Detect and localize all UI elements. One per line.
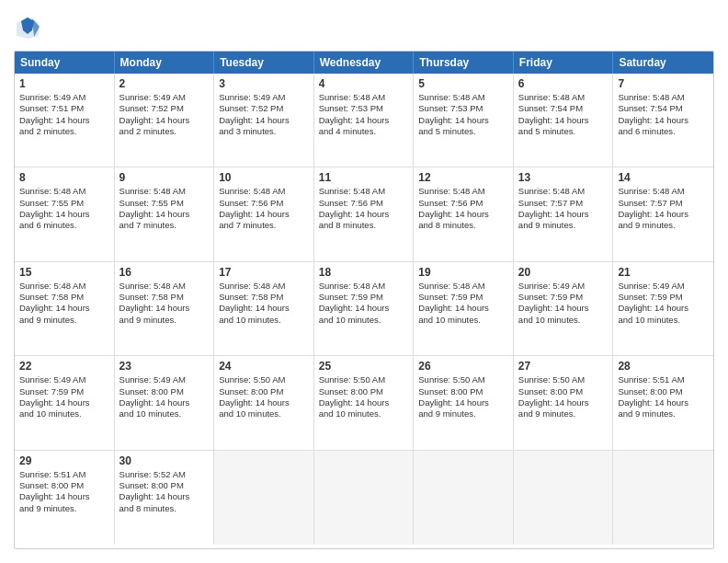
cell-line: Sunset: 7:54 PM bbox=[518, 103, 609, 114]
calendar-cell: 22Sunrise: 5:49 AMSunset: 7:59 PMDayligh… bbox=[15, 356, 115, 449]
cell-line: Sunrise: 5:48 AM bbox=[518, 186, 609, 197]
logo-icon bbox=[14, 14, 41, 41]
cell-line: Sunset: 7:53 PM bbox=[418, 103, 508, 114]
calendar-cell: 17Sunrise: 5:48 AMSunset: 7:58 PMDayligh… bbox=[214, 262, 314, 355]
calendar-cell: 8Sunrise: 5:48 AMSunset: 7:55 PMDaylight… bbox=[15, 167, 115, 260]
cell-line: and 10 minutes. bbox=[319, 315, 409, 326]
calendar-cell: 19Sunrise: 5:48 AMSunset: 7:59 PMDayligh… bbox=[414, 262, 514, 355]
calendar-cell: 29Sunrise: 5:51 AMSunset: 8:00 PMDayligh… bbox=[15, 451, 115, 545]
cell-line: Sunset: 7:59 PM bbox=[319, 292, 409, 303]
cell-line: Sunrise: 5:50 AM bbox=[319, 374, 409, 385]
day-number: 1 bbox=[19, 77, 109, 90]
cell-line: Sunrise: 5:48 AM bbox=[618, 92, 709, 103]
cell-line: Daylight: 14 hours bbox=[119, 397, 210, 408]
cell-line: Sunset: 7:57 PM bbox=[618, 198, 709, 209]
day-number: 12 bbox=[418, 171, 508, 184]
cell-line: and 9 minutes. bbox=[119, 315, 210, 326]
calendar-cell: 16Sunrise: 5:48 AMSunset: 7:58 PMDayligh… bbox=[115, 262, 215, 355]
calendar-cell: 14Sunrise: 5:48 AMSunset: 7:57 PMDayligh… bbox=[613, 167, 713, 260]
calendar-row: 15Sunrise: 5:48 AMSunset: 7:58 PMDayligh… bbox=[15, 262, 713, 356]
cell-line: Sunrise: 5:49 AM bbox=[19, 374, 109, 385]
cell-line: Sunset: 7:56 PM bbox=[219, 198, 309, 209]
day-number: 7 bbox=[618, 77, 709, 90]
day-number: 2 bbox=[119, 77, 210, 90]
cell-line: Daylight: 14 hours bbox=[618, 209, 709, 220]
day-number: 3 bbox=[219, 77, 309, 90]
cell-line: Sunrise: 5:48 AM bbox=[119, 186, 210, 197]
cell-line: Sunrise: 5:48 AM bbox=[418, 92, 508, 103]
cell-line: Daylight: 14 hours bbox=[418, 209, 508, 220]
day-number: 19 bbox=[418, 266, 508, 279]
cell-line: Daylight: 14 hours bbox=[19, 303, 109, 314]
cell-line: Sunset: 8:00 PM bbox=[618, 386, 709, 397]
calendar-row: 1Sunrise: 5:49 AMSunset: 7:51 PMDaylight… bbox=[15, 74, 713, 167]
cell-line: and 9 minutes. bbox=[19, 315, 109, 326]
calendar-row: 22Sunrise: 5:49 AMSunset: 7:59 PMDayligh… bbox=[15, 356, 713, 450]
cell-line: and 9 minutes. bbox=[518, 220, 609, 231]
cell-line: Daylight: 14 hours bbox=[418, 397, 508, 408]
cell-line: Sunset: 7:58 PM bbox=[219, 292, 309, 303]
cell-line: Daylight: 14 hours bbox=[119, 303, 210, 314]
cell-line: and 10 minutes. bbox=[219, 408, 309, 419]
cell-line: Daylight: 14 hours bbox=[119, 209, 210, 220]
day-number: 10 bbox=[219, 171, 309, 184]
cell-line: Daylight: 14 hours bbox=[518, 397, 609, 408]
calendar-cell: 5Sunrise: 5:48 AMSunset: 7:53 PMDaylight… bbox=[414, 74, 514, 167]
cell-line: Sunset: 7:59 PM bbox=[418, 292, 508, 303]
calendar-cell bbox=[514, 451, 614, 545]
calendar-cell: 1Sunrise: 5:49 AMSunset: 7:51 PMDaylight… bbox=[15, 74, 115, 167]
calendar-cell: 20Sunrise: 5:49 AMSunset: 7:59 PMDayligh… bbox=[514, 262, 614, 355]
cell-line: and 9 minutes. bbox=[618, 408, 709, 419]
cell-line: Sunrise: 5:48 AM bbox=[418, 186, 508, 197]
calendar-cell: 13Sunrise: 5:48 AMSunset: 7:57 PMDayligh… bbox=[514, 167, 614, 260]
cell-line: Sunset: 7:54 PM bbox=[618, 103, 709, 114]
cell-line: and 9 minutes. bbox=[418, 408, 508, 419]
cell-line: Sunset: 7:53 PM bbox=[319, 103, 409, 114]
cell-line: Daylight: 14 hours bbox=[19, 115, 109, 126]
calendar-cell: 21Sunrise: 5:49 AMSunset: 7:59 PMDayligh… bbox=[613, 262, 713, 355]
cell-line: Sunrise: 5:49 AM bbox=[19, 92, 109, 103]
calendar-cell: 3Sunrise: 5:49 AMSunset: 7:52 PMDaylight… bbox=[214, 74, 314, 167]
header-day-sunday: Sunday bbox=[15, 52, 115, 74]
cell-line: Daylight: 14 hours bbox=[319, 303, 409, 314]
day-number: 28 bbox=[618, 360, 709, 373]
cell-line: Sunset: 8:00 PM bbox=[418, 386, 508, 397]
day-number: 26 bbox=[418, 360, 508, 373]
calendar: SundayMondayTuesdayWednesdayThursdayFrid… bbox=[14, 51, 714, 549]
cell-line: Sunrise: 5:52 AM bbox=[119, 469, 210, 480]
cell-line: Sunset: 7:52 PM bbox=[119, 103, 210, 114]
header-day-tuesday: Tuesday bbox=[214, 52, 314, 74]
cell-line: Sunset: 8:00 PM bbox=[219, 386, 309, 397]
cell-line: Sunset: 8:00 PM bbox=[119, 480, 210, 491]
cell-line: Sunrise: 5:48 AM bbox=[418, 281, 508, 292]
cell-line: and 8 minutes. bbox=[319, 220, 409, 231]
cell-line: Sunrise: 5:48 AM bbox=[319, 281, 409, 292]
day-number: 11 bbox=[319, 171, 409, 184]
day-number: 15 bbox=[19, 266, 109, 279]
cell-line: Sunset: 7:57 PM bbox=[518, 198, 609, 209]
cell-line: Daylight: 14 hours bbox=[618, 303, 709, 314]
day-number: 25 bbox=[319, 360, 409, 373]
cell-line: and 5 minutes. bbox=[518, 126, 609, 137]
cell-line: Daylight: 14 hours bbox=[219, 115, 309, 126]
cell-line: Sunrise: 5:49 AM bbox=[618, 281, 709, 292]
cell-line: Sunrise: 5:51 AM bbox=[19, 469, 109, 480]
calendar-cell: 15Sunrise: 5:48 AMSunset: 7:58 PMDayligh… bbox=[15, 262, 115, 355]
cell-line: and 6 minutes. bbox=[618, 126, 709, 137]
cell-line: and 8 minutes. bbox=[119, 503, 210, 514]
cell-line: Sunrise: 5:48 AM bbox=[19, 186, 109, 197]
cell-line: Sunrise: 5:48 AM bbox=[618, 186, 709, 197]
cell-line: Sunrise: 5:48 AM bbox=[319, 186, 409, 197]
cell-line: Sunset: 8:00 PM bbox=[119, 386, 210, 397]
day-number: 16 bbox=[119, 266, 210, 279]
cell-line: Sunrise: 5:48 AM bbox=[219, 281, 309, 292]
cell-line: Sunset: 7:55 PM bbox=[19, 198, 109, 209]
calendar-cell: 12Sunrise: 5:48 AMSunset: 7:56 PMDayligh… bbox=[414, 167, 514, 260]
calendar-cell bbox=[414, 451, 514, 545]
day-number: 21 bbox=[618, 266, 709, 279]
cell-line: and 8 minutes. bbox=[418, 220, 508, 231]
cell-line: and 7 minutes. bbox=[219, 220, 309, 231]
calendar-cell: 23Sunrise: 5:49 AMSunset: 8:00 PMDayligh… bbox=[115, 356, 215, 449]
day-number: 18 bbox=[319, 266, 409, 279]
cell-line: Daylight: 14 hours bbox=[19, 209, 109, 220]
